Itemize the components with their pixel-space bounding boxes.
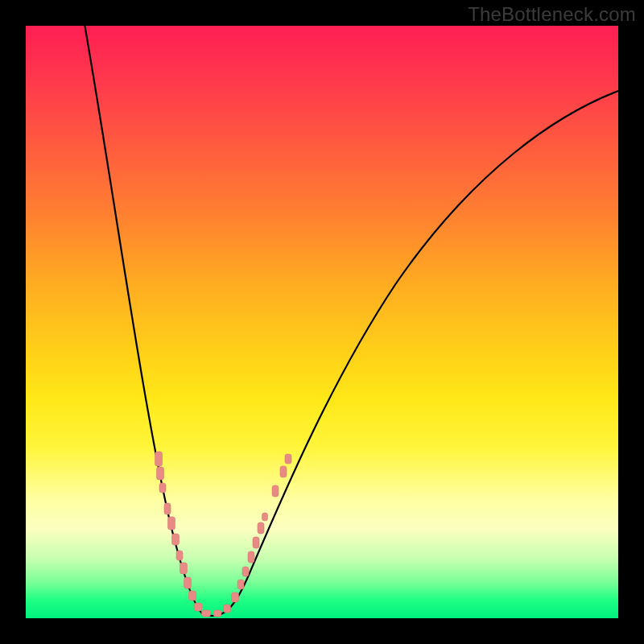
data-marker [157,467,164,480]
watermark-text: TheBottleneck.com [468,3,636,26]
data-marker [180,563,188,574]
data-marker [189,591,196,601]
data-marker [213,610,221,617]
data-marker [232,592,239,602]
data-marker [242,567,249,576]
data-marker [184,577,192,588]
data-marker [202,610,211,617]
data-marker [176,551,183,560]
data-marker [248,551,254,563]
chart-frame: TheBottleneck.com [0,0,644,644]
left-curve [84,19,213,616]
data-marker [253,537,259,548]
data-marker [194,603,202,611]
data-markers [155,452,292,617]
data-marker [258,522,264,534]
data-marker [285,454,291,464]
right-curve [213,89,625,616]
data-marker [224,605,231,613]
data-marker [168,517,175,530]
data-marker [262,513,268,521]
plot-area [26,26,618,618]
data-marker [172,534,180,545]
curves-svg [26,26,618,618]
data-marker [155,452,163,466]
data-marker [272,485,279,497]
data-marker [159,483,166,493]
data-marker [237,580,244,589]
data-marker [280,466,287,477]
data-marker [164,503,171,514]
